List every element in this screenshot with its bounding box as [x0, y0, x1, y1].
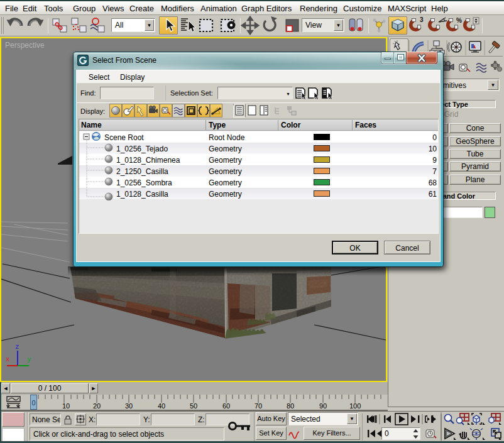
svg-text:z: z [15, 343, 19, 351]
svg-text:3: 3 [420, 16, 424, 23]
svg-text:y: y [27, 356, 31, 363]
svg-text:%: % [456, 17, 462, 24]
svg-text:x: x [6, 356, 10, 363]
